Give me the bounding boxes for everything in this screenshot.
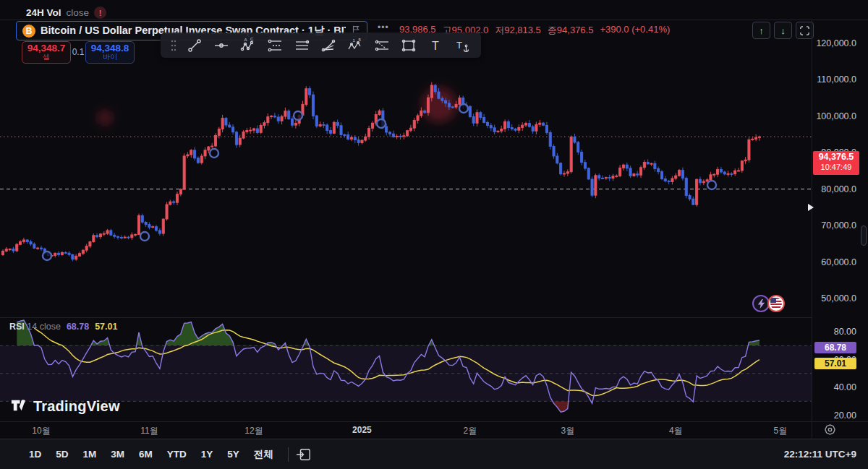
range-button-1m[interactable]: 1M	[76, 446, 104, 462]
time-axis-label: 11월	[140, 425, 158, 437]
chart-badges	[752, 295, 785, 312]
tradingview-logo[interactable]: TradingView	[9, 395, 120, 418]
highlight-blob	[98, 111, 112, 125]
price-axis[interactable]: 20.0040.0060.0080.0050,000.060,000.070,0…	[812, 20, 868, 421]
candlestick-chart[interactable]	[0, 20, 812, 318]
time-axis-label: 10월	[32, 425, 50, 437]
bar-close-countdown: 10:47:49	[813, 163, 859, 172]
rsi-value-label: 68.78	[814, 342, 856, 353]
range-button-5d[interactable]: 5D	[48, 446, 75, 462]
rsi-params: 14 close	[27, 322, 61, 332]
range-button-전체[interactable]: 전체	[247, 445, 281, 464]
toolbar-divider	[288, 447, 289, 462]
rsi-chart[interactable]	[0, 318, 812, 421]
top-pane-indicator-detail: close	[67, 7, 90, 18]
event-marker[interactable]	[294, 111, 302, 120]
side-panel-handle[interactable]	[861, 225, 867, 246]
rsi-value: 68.78	[67, 322, 89, 332]
tradingview-logo-icon	[9, 395, 29, 418]
rsi-title: RSI	[9, 322, 25, 332]
rsi-ma-label: 57.01	[814, 358, 856, 369]
rsi-ma-value: 57.01	[95, 322, 117, 332]
go-to-date-icon[interactable]	[296, 447, 312, 462]
us-flag-badge-icon[interactable]	[767, 295, 785, 312]
event-marker[interactable]	[43, 251, 51, 260]
price-tick-label: 60,000.0	[821, 257, 856, 267]
event-marker[interactable]	[707, 181, 716, 189]
price-tick-label: 120,000.0	[816, 38, 856, 48]
event-marker[interactable]	[377, 119, 386, 128]
time-axis-label: 12월	[244, 425, 263, 437]
range-button-ytd[interactable]: YTD	[160, 446, 194, 462]
price-tick-label: 80,000.0	[821, 184, 856, 194]
clock[interactable]: 22:12:11 UTC+9	[784, 449, 856, 460]
tradingview-logo-text: TradingView	[33, 398, 120, 415]
time-axis-label: 2월	[464, 425, 477, 437]
event-marker[interactable]	[140, 232, 149, 241]
price-marker-arrow-icon	[808, 204, 814, 211]
time-axis-label: 5월	[773, 425, 787, 437]
time-axis-label: 3월	[561, 425, 574, 437]
rsi-legend: RSI 14 close 68.78 57.01	[9, 322, 117, 332]
rsi-tick-label: 20.00	[834, 410, 856, 421]
down-candles	[12, 84, 733, 262]
top-pane-indicator-title: 24H Vol	[26, 7, 61, 18]
last-price-label: 94,376.5 10:47:49	[813, 151, 859, 175]
price-tick-label: 110,000.0	[817, 74, 856, 85]
tradingview-chart-app: 24H Vol close ! B Bitcoin / US Dollar Pe…	[0, 0, 868, 469]
bottom-toolbar: 1D5D1M3M6MYTD1Y5Y전체22:12:11 UTC+9	[0, 439, 868, 469]
time-axis-label: 2025	[352, 425, 372, 435]
time-axis[interactable]: 10월11월12월20252월3월4월5월	[0, 421, 812, 439]
range-button-5y[interactable]: 5Y	[220, 446, 247, 462]
event-marker[interactable]	[459, 104, 468, 113]
price-tick-label: 70,000.0	[821, 220, 856, 231]
time-axis-label: 4월	[669, 425, 683, 437]
top-pane-legend: 24H Vol close !	[26, 7, 106, 19]
price-tick-label: 100,000.0	[816, 111, 856, 121]
up-candles	[1, 82, 760, 261]
event-marker[interactable]	[210, 149, 218, 158]
rsi-tick-label: 40.00	[834, 382, 856, 392]
warning-icon[interactable]: !	[94, 7, 106, 19]
rsi-tick-label: 80.00	[834, 327, 856, 337]
range-button-3m[interactable]: 3M	[103, 446, 132, 462]
range-button-6m[interactable]: 6M	[132, 446, 160, 462]
range-button-1y[interactable]: 1Y	[194, 446, 221, 462]
last-price-value: 94,376.5	[813, 152, 859, 163]
price-tick-label: 50,000.0	[821, 293, 856, 304]
range-button-1d[interactable]: 1D	[22, 446, 48, 462]
timezone-settings-gear-icon[interactable]	[824, 423, 836, 439]
